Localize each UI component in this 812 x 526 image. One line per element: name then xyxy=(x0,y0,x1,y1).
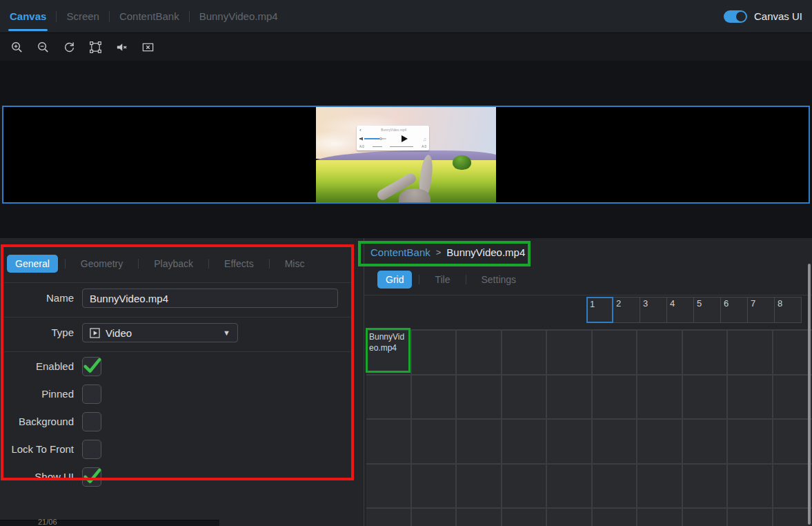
nav-tab-contentbank[interactable]: ContentBank xyxy=(118,0,181,32)
grid-cell-r3-c0[interactable] xyxy=(366,465,410,508)
type-dropdown[interactable]: Video ▼ xyxy=(82,323,238,342)
props-tab-effects[interactable]: Effects xyxy=(216,255,262,273)
checkbox-background[interactable] xyxy=(82,412,101,431)
grid-cell-r1-c1[interactable] xyxy=(412,376,456,419)
grid-cell-r0-c4[interactable] xyxy=(547,331,591,374)
volume-control[interactable] xyxy=(359,137,386,141)
video-layer[interactable]: ‹ BunnyVideo.mp4 ♫ xyxy=(316,107,496,202)
grid-scrollbar[interactable] xyxy=(808,264,811,525)
grid-cell-r2-c2[interactable] xyxy=(457,420,501,463)
grid-cell-r0-c9[interactable] xyxy=(773,331,812,374)
grid-cell-r3-c4[interactable] xyxy=(547,465,591,508)
grid-cell-r4-c1[interactable] xyxy=(412,509,456,526)
output-cell-4[interactable]: 4 xyxy=(667,297,694,323)
canvas-ui-toggle[interactable] xyxy=(724,10,747,23)
props-tab-geometry[interactable]: Geometry xyxy=(72,255,131,273)
grid-cell-r3-c8[interactable] xyxy=(728,465,772,508)
grid-cell-r0-c5[interactable] xyxy=(593,331,637,374)
zoom-out-icon[interactable] xyxy=(37,41,50,54)
grid-cell-r0-c0[interactable]: BunnyVideo.mp4 xyxy=(366,331,410,374)
grid-cell-r2-c9[interactable] xyxy=(773,420,812,463)
grid-cell-r0-c6[interactable] xyxy=(637,331,682,374)
nav-separator xyxy=(56,11,57,22)
nav-tab-screen[interactable]: Screen xyxy=(65,0,101,32)
output-cell-3[interactable]: 3 xyxy=(640,297,667,323)
grid-cell-r3-c9[interactable] xyxy=(773,465,812,508)
output-cell-6[interactable]: 6 xyxy=(721,297,748,323)
grid-cell-r1-c4[interactable] xyxy=(547,376,591,419)
nav-separator xyxy=(109,11,110,22)
grid-cell-r4-c4[interactable] xyxy=(547,509,591,526)
grid-cell-r2-c8[interactable] xyxy=(728,420,772,463)
close-box-icon[interactable] xyxy=(141,41,155,54)
output-cell-8[interactable]: 8 xyxy=(775,297,802,323)
grid-cell-r4-c9[interactable] xyxy=(773,509,812,526)
grid-cell-r3-c7[interactable] xyxy=(683,465,727,508)
grid-cell-r2-c0[interactable] xyxy=(366,420,410,463)
output-cell-1[interactable]: 1 xyxy=(586,297,613,323)
checkbox-show-ui[interactable] xyxy=(82,467,101,487)
grid-cell-r2-c7[interactable] xyxy=(683,420,727,463)
grid-cell-r1-c7[interactable] xyxy=(683,376,727,419)
grid-cell-r4-c2[interactable] xyxy=(457,509,501,526)
props-tab-playback[interactable]: Playback xyxy=(146,255,201,273)
zoom-in-icon[interactable] xyxy=(10,41,23,54)
output-cell-2[interactable]: 2 xyxy=(613,297,640,323)
name-label: Name xyxy=(0,289,74,308)
output-cell-7[interactable]: 7 xyxy=(748,297,775,323)
divider xyxy=(364,295,812,295)
content-tab-tile[interactable]: Tile xyxy=(426,271,458,289)
grid-cell-r4-c8[interactable] xyxy=(728,509,772,526)
content-tab-grid[interactable]: Grid xyxy=(377,271,412,289)
grid-cell-r3-c2[interactable] xyxy=(457,465,501,508)
grid-cell-r1-c2[interactable] xyxy=(457,376,501,419)
grid-cell-r2-c6[interactable] xyxy=(637,420,682,463)
volume-knob[interactable] xyxy=(379,137,382,140)
checkbox-pinned[interactable] xyxy=(82,384,101,404)
grid-cell-r1-c0[interactable] xyxy=(366,376,410,419)
props-tab-general[interactable]: General xyxy=(7,255,58,273)
nav-tab-bunnyvideo-mp4[interactable]: BunnyVideo.mp4 xyxy=(198,0,279,32)
overlay-line-left xyxy=(373,146,382,147)
grid-cell-r4-c0[interactable] xyxy=(366,509,410,526)
checkbox-enabled[interactable] xyxy=(82,357,101,376)
grid-cell-r2-c3[interactable] xyxy=(502,420,546,463)
breadcrumb-current: BunnyVideo.mp4 xyxy=(446,246,525,258)
nav-tab-canvas[interactable]: Canvas xyxy=(8,0,48,32)
volume-slider[interactable] xyxy=(364,138,386,139)
play-button[interactable] xyxy=(402,135,408,142)
main-nav: CanvasScreenContentBankBunnyVideo.mp4 xyxy=(0,0,279,32)
rotate-icon[interactable] xyxy=(63,41,76,54)
canvas-output-frame[interactable]: ‹ BunnyVideo.mp4 ♫ xyxy=(2,106,810,204)
grid-cell-r1-c9[interactable] xyxy=(773,376,812,419)
grid-cell-r2-c4[interactable] xyxy=(547,420,591,463)
grid-cell-r3-c3[interactable] xyxy=(502,465,546,508)
grid-cell-r0-c8[interactable] xyxy=(728,331,772,374)
grid-cell-r1-c3[interactable] xyxy=(502,376,546,419)
props-tab-misc[interactable]: Misc xyxy=(277,255,313,273)
grid-cell-r0-c1[interactable] xyxy=(412,331,456,374)
output-cell-5[interactable]: 5 xyxy=(694,297,721,323)
canvas-viewport[interactable]: ‹ BunnyVideo.mp4 ♫ xyxy=(0,61,812,238)
grid-cell-r3-c5[interactable] xyxy=(593,465,637,508)
checkbox-lock-to-front[interactable] xyxy=(82,440,101,459)
grid-cell-r0-c2[interactable] xyxy=(457,331,501,374)
mute-icon[interactable] xyxy=(115,41,128,54)
grid-cell-r1-c8[interactable] xyxy=(728,376,772,419)
grid-cell-r4-c7[interactable] xyxy=(683,509,727,526)
grid-cell-r3-c6[interactable] xyxy=(637,465,682,508)
grid-cell-r4-c3[interactable] xyxy=(502,509,546,526)
content-tab-settings[interactable]: Settings xyxy=(473,271,525,289)
grid-cell-r2-c1[interactable] xyxy=(412,420,456,463)
transform-icon[interactable] xyxy=(89,41,102,54)
grid-cell-r3-c1[interactable] xyxy=(412,465,456,508)
name-input[interactable]: BunnyVideo.mp4 xyxy=(82,289,338,308)
breadcrumb-contentbank-link[interactable]: ContentBank xyxy=(370,246,430,258)
grid-cell-r0-c7[interactable] xyxy=(683,331,727,374)
grid-cell-r2-c5[interactable] xyxy=(593,420,637,463)
grid-cell-r1-c6[interactable] xyxy=(637,376,682,419)
grid-cell-r4-c5[interactable] xyxy=(593,509,637,526)
grid-cell-r1-c5[interactable] xyxy=(593,376,637,419)
grid-cell-r0-c3[interactable] xyxy=(502,331,546,374)
grid-cell-r4-c6[interactable] xyxy=(637,509,682,526)
